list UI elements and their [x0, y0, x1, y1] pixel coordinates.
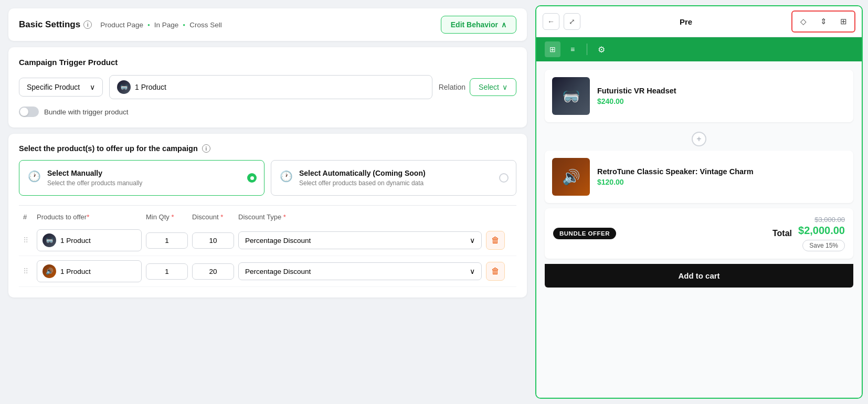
product-name-1: Futuristic VR Headset — [597, 87, 676, 95]
qty-cell-1[interactable]: 1 — [146, 232, 188, 249]
discount-cell-2[interactable]: 20 — [192, 263, 234, 280]
green-toolbar: ⊞ ≡ ⚙ — [536, 37, 862, 61]
auto-title: Select Automatically (Coming Soon) — [299, 169, 426, 177]
bundle-total: BUNDLE OFFER Total $3,000.00 $2,000.00 S… — [545, 208, 853, 259]
chevron-down-icon-2: ∨ — [502, 83, 507, 91]
chevron-down-icon-4: ∨ — [470, 267, 475, 275]
product-price-2: $120.00 — [597, 178, 754, 186]
product-cell-1[interactable]: 🥽 1 Product — [37, 229, 142, 251]
product-name-2: RetroTune Classic Speaker: Vintage Charm — [597, 167, 754, 176]
resize-tool-button[interactable]: ⇕ — [814, 13, 832, 30]
discount-type-dropdown-1[interactable]: Percentage Discount ∨ — [238, 231, 482, 249]
qty-cell-2[interactable]: 1 — [146, 263, 188, 280]
bundle-row: Bundle with trigger product — [19, 107, 516, 117]
table-row: ⠿ 🔊 1 Product 1 20 Percentage Discount ∨… — [19, 256, 516, 287]
table-row: ⠿ 🥽 1 Product 1 10 Percentage Discount ∨… — [19, 225, 516, 256]
save-badge: Save 15% — [802, 240, 845, 251]
product-row-2: 🔊 RetroTune Classic Speaker: Vintage Cha… — [552, 158, 846, 196]
discount-type-value-2: Percentage Discount — [245, 268, 311, 275]
offer-manual-text: Select Manually Select the offer product… — [47, 169, 142, 187]
campaign-trigger-title: Campaign Trigger Product — [19, 58, 516, 67]
breadcrumb: Product Page ● In Page ● Cross Sell — [100, 21, 432, 29]
manual-desc: Select the offer products manually — [47, 179, 142, 187]
offer-option-manual[interactable]: 🕐 Select Manually Select the offer produ… — [19, 160, 264, 196]
chevron-up-icon: ∧ — [501, 20, 506, 29]
product-card-2: 🔊 RetroTune Classic Speaker: Vintage Cha… — [545, 151, 853, 203]
radio-dot-manual — [247, 173, 257, 183]
add-to-cart-button[interactable]: Add to cart — [545, 264, 853, 288]
bundle-toggle[interactable] — [19, 107, 39, 117]
back-button[interactable]: ← — [543, 13, 559, 30]
chevron-down-icon: ∨ — [90, 83, 95, 91]
drag-handle-2[interactable]: ⠿ — [23, 267, 33, 275]
product-avatar-1: 🥽 — [117, 80, 131, 94]
edit-behavior-button[interactable]: Edit Behavior ∧ — [441, 16, 516, 34]
select-label: Select — [479, 83, 499, 91]
drag-handle-1[interactable]: ⠿ — [23, 236, 33, 244]
list-view-button[interactable]: ≡ — [565, 41, 580, 57]
offer-section: Select the product(s) to offer up for th… — [8, 134, 527, 297]
product-price-1: $240.00 — [597, 97, 676, 105]
toolbar-left-group: ← ⤢ — [543, 13, 580, 30]
original-price: $3,000.00 — [814, 216, 845, 224]
preview-content: 🥽 Futuristic VR Headset $240.00 + 🔊 Retr… — [536, 61, 862, 398]
breadcrumb-product-page: Product Page — [100, 21, 143, 29]
col-hash: # — [23, 213, 33, 221]
header-bar: Basic Settings i Product Page ● In Page … — [8, 8, 527, 41]
total-label: Total — [772, 229, 792, 238]
final-price: $2,000.00 — [798, 225, 845, 237]
product-count-label: 1 Product — [135, 83, 166, 91]
col-discount: Discount * — [192, 213, 234, 221]
product-card-1: 🥽 Futuristic VR Headset $240.00 — [545, 70, 853, 122]
table-header: # Products to offer* Min Qty * Discount … — [19, 213, 516, 225]
discount-type-dropdown-2[interactable]: Percentage Discount ∨ — [238, 262, 482, 280]
chevron-down-icon-3: ∨ — [470, 236, 475, 244]
total-right: $3,000.00 $2,000.00 Save 15% — [798, 216, 845, 251]
paint-tool-button[interactable]: ◇ — [795, 13, 812, 30]
toolbar-top: ← ⤢ Pre ◇ ⇕ ⊞ — [536, 6, 862, 37]
dot-1: ● — [147, 23, 150, 27]
col-minqty: Min Qty * — [146, 213, 188, 221]
sliders-tool-button[interactable]: ⊞ — [834, 13, 852, 30]
offer-auto-text: Select Automatically (Coming Soon) Selec… — [299, 169, 426, 187]
product-display: 🥽 1 Product — [109, 75, 432, 99]
offer-option-auto[interactable]: 🕐 Select Automatically (Coming Soon) Sel… — [271, 160, 516, 196]
col-discount-type: Discount Type * — [238, 213, 482, 221]
product-cell-2[interactable]: 🔊 1 Product — [37, 260, 142, 282]
radio-empty-auto — [499, 173, 509, 183]
product-row-1: 🥽 Futuristic VR Headset $240.00 — [552, 77, 846, 115]
col-products: Products to offer* — [37, 213, 142, 221]
plus-divider: + — [545, 127, 853, 151]
bundle-label: Bundle with trigger product — [44, 108, 129, 116]
settings-gear-button[interactable]: ⚙ — [594, 41, 609, 57]
product-image-1: 🥽 — [552, 77, 590, 115]
trigger-type-dropdown[interactable]: Specific Product ∨ — [19, 78, 103, 97]
trigger-type-value: Specific Product — [27, 83, 80, 91]
expand-button[interactable]: ⤢ — [564, 13, 580, 30]
bundle-badge: BUNDLE OFFER — [553, 228, 616, 239]
discount-type-value-1: Percentage Discount — [245, 237, 311, 244]
discount-cell-1[interactable]: 10 — [192, 232, 234, 249]
product-avatar-row1: 🥽 — [43, 233, 56, 247]
plus-circle: + — [692, 132, 706, 146]
preview-label: Pre — [580, 17, 791, 26]
auto-desc: Select offer products based on dynamic d… — [299, 179, 426, 187]
dot-2: ● — [183, 23, 185, 27]
product-info-2: RetroTune Classic Speaker: Vintage Charm… — [597, 167, 754, 186]
offer-info-icon[interactable]: i — [202, 144, 210, 153]
delete-btn-1[interactable]: 🗑 — [486, 231, 505, 250]
offer-options: 🕐 Select Manually Select the offer produ… — [19, 160, 516, 196]
preview-container: ← ⤢ Pre ◇ ⇕ ⊞ ⊞ ≡ ⚙ → — [535, 5, 863, 399]
delete-btn-2[interactable]: 🗑 — [486, 262, 505, 281]
clock-icon-2: 🕐 — [280, 170, 293, 183]
edit-behavior-label: Edit Behavior — [451, 20, 498, 29]
green-toolbar-wrapper: ⊞ ≡ ⚙ → — [536, 37, 862, 61]
relation-label: Relation — [439, 83, 465, 91]
divider — [19, 205, 516, 206]
toolbar-right-outlined: ◇ ⇕ ⊞ — [791, 10, 855, 33]
breadcrumb-cross-sell: Cross Sell — [189, 21, 222, 29]
trigger-row: Specific Product ∨ 🥽 1 Product Relation … — [19, 75, 516, 99]
grid-view-button[interactable]: ⊞ — [545, 41, 560, 57]
info-icon[interactable]: i — [83, 20, 92, 29]
relation-select-button[interactable]: Select ∨ — [470, 78, 516, 96]
